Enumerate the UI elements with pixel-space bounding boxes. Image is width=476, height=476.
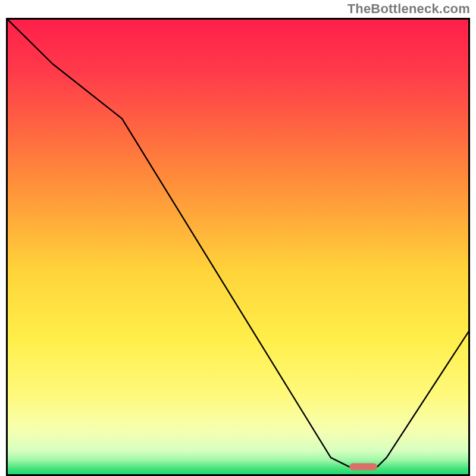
optimal-marker (349, 464, 377, 471)
chart-svg (6, 18, 470, 476)
watermark-text: TheBottleneck.com (347, 1, 470, 17)
plot-area (6, 18, 470, 476)
chart-root: TheBottleneck.com (0, 0, 476, 476)
gradient-background (6, 18, 470, 476)
